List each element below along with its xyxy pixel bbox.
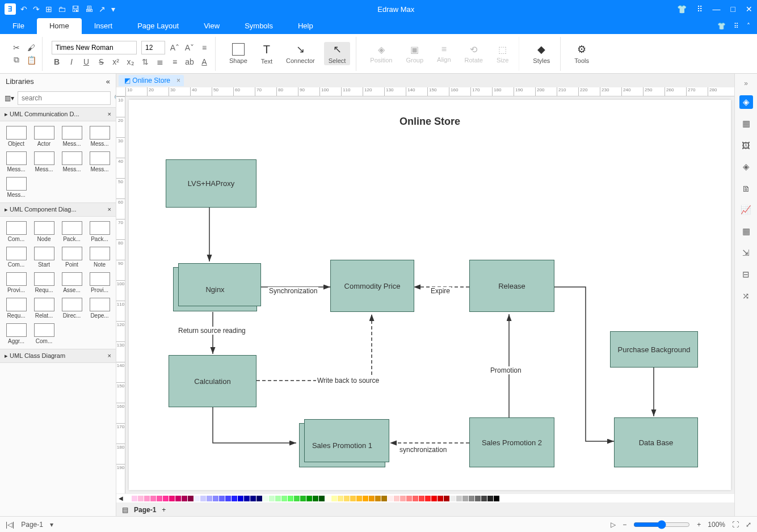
- lib-item[interactable]: Asse...: [58, 270, 86, 295]
- node-calculation[interactable]: Calculation: [169, 355, 256, 407]
- lib-item[interactable]: Mess...: [86, 149, 113, 175]
- lib-item[interactable]: Mess...: [2, 149, 30, 175]
- group-button[interactable]: ▣Group: [401, 43, 428, 65]
- section-uml-component[interactable]: ▸ UML Component Diag...×: [0, 202, 116, 217]
- color-swatch[interactable]: [281, 496, 287, 501]
- color-swatch[interactable]: [194, 496, 200, 501]
- bold-icon[interactable]: B: [52, 57, 62, 67]
- color-bar[interactable]: ◀: [116, 493, 734, 503]
- color-swatch[interactable]: [232, 496, 237, 501]
- lib-item[interactable]: Com...: [30, 321, 58, 347]
- open-icon[interactable]: 🗀: [58, 5, 66, 14]
- fullscreen-icon[interactable]: ⤢: [746, 521, 751, 529]
- copy-icon[interactable]: ⧉: [11, 55, 22, 65]
- page-select[interactable]: Page-1: [21, 521, 43, 529]
- appearance-icon[interactable]: 👕: [677, 5, 687, 14]
- color-swatch[interactable]: [144, 496, 150, 501]
- node-release[interactable]: Release: [469, 260, 554, 312]
- menu-home[interactable]: Home: [37, 18, 82, 34]
- color-swatch[interactable]: [438, 496, 443, 501]
- lib-item[interactable]: Com...: [2, 219, 30, 244]
- color-swatch[interactable]: [462, 496, 468, 501]
- color-swatch[interactable]: [300, 496, 306, 501]
- page-icon[interactable]: 🗎: [739, 181, 753, 195]
- section-uml-class[interactable]: ▸ UML Class Diagram×: [0, 349, 116, 363]
- color-swatch[interactable]: [306, 496, 312, 501]
- lib-item[interactable]: Mess...: [58, 149, 86, 175]
- color-swatch[interactable]: [163, 496, 169, 501]
- tab-close-icon[interactable]: ×: [176, 77, 180, 85]
- section-close-icon[interactable]: ×: [108, 111, 111, 118]
- color-swatch[interactable]: [494, 496, 499, 501]
- color-swatch[interactable]: [356, 496, 362, 501]
- color-swatch[interactable]: [125, 496, 131, 501]
- format-painter-icon[interactable]: 🖌: [26, 43, 36, 53]
- rotate-button[interactable]: ⟲Rotate: [460, 43, 487, 65]
- align-h-icon[interactable]: ≡: [199, 43, 209, 53]
- select-button[interactable]: ↖Select: [324, 42, 351, 65]
- document-tab[interactable]: ◩ Online Store ×: [119, 75, 184, 86]
- lib-item[interactable]: Mess...: [30, 149, 58, 175]
- search-input[interactable]: [18, 91, 111, 105]
- text-button[interactable]: TText: [256, 42, 277, 66]
- page-nav-icon[interactable]: |◁|: [6, 521, 14, 529]
- color-swatch[interactable]: [388, 496, 393, 501]
- color-swatch[interactable]: [138, 496, 144, 501]
- export-icon[interactable]: ↗: [99, 5, 106, 14]
- color-swatch[interactable]: [425, 496, 431, 501]
- play-icon[interactable]: ▷: [611, 521, 616, 529]
- shirt-icon[interactable]: 👕: [717, 22, 726, 30]
- color-swatch[interactable]: [444, 496, 449, 501]
- paste-icon[interactable]: 📋: [26, 55, 36, 65]
- fit-page-icon[interactable]: ⛶: [732, 521, 739, 529]
- color-swatch[interactable]: [219, 496, 225, 501]
- increase-font-icon[interactable]: A˄: [170, 43, 180, 53]
- qat-dropdown-icon[interactable]: ▾: [111, 5, 115, 14]
- maximize-icon[interactable]: □: [731, 5, 735, 14]
- page-tab[interactable]: Page-1: [134, 506, 156, 514]
- node-nginx[interactable]: Nginx: [173, 267, 257, 311]
- lib-item[interactable]: Actor: [30, 124, 58, 149]
- lib-item[interactable]: Pack...: [86, 219, 113, 244]
- color-swatch[interactable]: [182, 496, 187, 501]
- color-swatch[interactable]: [469, 496, 474, 501]
- lib-item[interactable]: Object: [2, 124, 30, 149]
- color-swatch[interactable]: [157, 496, 162, 501]
- zoom-in-icon[interactable]: +: [697, 521, 701, 529]
- lib-item[interactable]: Mess...: [58, 124, 86, 149]
- numbering-icon[interactable]: ≡: [170, 57, 180, 67]
- zoom-out-icon[interactable]: −: [623, 521, 626, 529]
- theme-icon[interactable]: ◈: [739, 95, 753, 109]
- connector-button[interactable]: ↘Connector: [281, 42, 319, 65]
- chart-icon[interactable]: 📈: [739, 203, 753, 217]
- lib-item[interactable]: Requ...: [30, 270, 58, 295]
- menu-insert[interactable]: Insert: [82, 18, 125, 34]
- color-swatch[interactable]: [456, 496, 462, 501]
- italic-icon[interactable]: I: [66, 57, 77, 67]
- color-swatch[interactable]: [263, 496, 268, 501]
- cut-icon[interactable]: ✂: [11, 43, 22, 53]
- lib-item[interactable]: Aggr...: [2, 321, 30, 347]
- zoom-slider[interactable]: [633, 520, 690, 529]
- menu-file[interactable]: File: [0, 18, 37, 34]
- node-sales-promo-1[interactable]: Sales Promotion 1: [299, 423, 385, 467]
- color-swatch[interactable]: [319, 496, 325, 501]
- lib-item[interactable]: Direc...: [58, 295, 86, 321]
- lib-item[interactable]: Provi...: [2, 270, 30, 295]
- layers-icon[interactable]: ◈: [739, 160, 753, 174]
- canvas[interactable]: Online Store: [129, 100, 731, 490]
- color-swatch[interactable]: [331, 496, 337, 501]
- lib-item[interactable]: Mess...: [2, 175, 30, 200]
- lib-item[interactable]: Point: [58, 244, 86, 270]
- lib-item[interactable]: Depe...: [86, 295, 113, 321]
- decrease-font-icon[interactable]: A˅: [184, 43, 195, 53]
- redo-icon[interactable]: ↷: [33, 5, 40, 14]
- color-swatch[interactable]: [363, 496, 368, 501]
- color-swatch[interactable]: [294, 496, 300, 501]
- color-swatch[interactable]: [413, 496, 418, 501]
- superscript-icon[interactable]: x²: [111, 57, 121, 67]
- undo-icon[interactable]: ↶: [20, 5, 27, 14]
- color-swatch[interactable]: [207, 496, 212, 501]
- expand-right-icon[interactable]: »: [744, 79, 748, 87]
- new-icon[interactable]: ⊞: [45, 5, 52, 14]
